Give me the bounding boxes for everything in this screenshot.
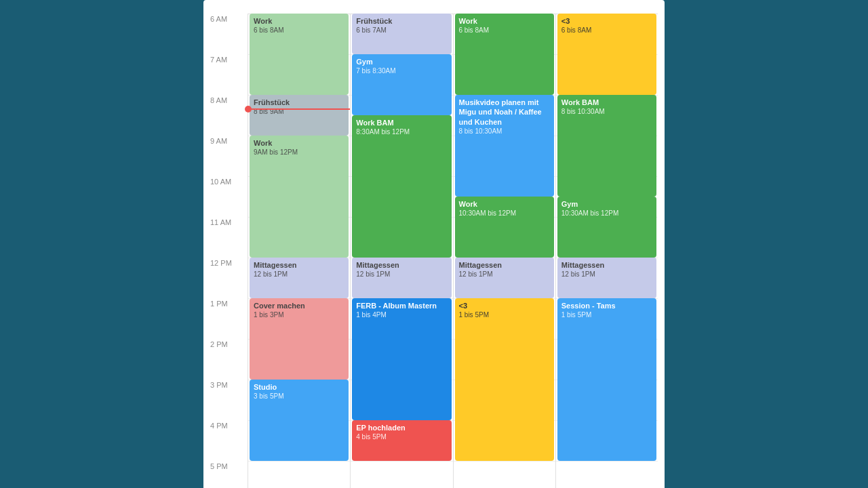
event-title: Work — [459, 16, 550, 26]
event-time: 8:30AM bis 12PM — [356, 127, 447, 136]
now-line — [248, 108, 350, 110]
event-title: FERB - Album Mastern — [356, 301, 447, 310]
event-title: Studio — [254, 382, 344, 392]
event-c1e5[interactable]: Cover machen1 bis 3PM — [250, 298, 349, 380]
time-column: 6 AM7 AM8 AM9 AM10 AM11 AM12 PM1 PM2 PM3… — [210, 14, 248, 488]
event-title: <3 — [561, 16, 652, 26]
event-title: Musikvideo planen mit Migu und Noah / Ka… — [459, 98, 550, 127]
event-time: 12 bis 1PM — [356, 270, 447, 279]
event-time: 6 bis 8AM — [561, 26, 652, 35]
time-label-9: 3 PM — [210, 380, 248, 420]
event-c3e2[interactable]: Musikvideo planen mit Migu und Noah / Ka… — [455, 95, 554, 197]
event-title: Mittagessen — [254, 260, 344, 270]
event-c1e1[interactable]: Work6 bis 8AM — [250, 14, 349, 95]
event-time: 10:30AM bis 12PM — [459, 209, 550, 218]
event-title: Work BAM — [356, 118, 447, 127]
time-label-0: 6 AM — [210, 14, 248, 54]
hour-slot — [351, 461, 452, 488]
time-label-4: 10 AM — [210, 176, 248, 217]
event-c3e5[interactable]: <31 bis 5PM — [455, 298, 554, 461]
event-c4e5[interactable]: Session - Tams1 bis 5PM — [557, 298, 656, 461]
event-title: Work — [254, 138, 344, 148]
event-c4e2[interactable]: Work BAM8 bis 10:30AM — [557, 95, 656, 197]
event-c2e3[interactable]: Work BAM8:30AM bis 12PM — [352, 115, 451, 258]
hour-slot — [556, 461, 658, 488]
event-time: 1 bis 5PM — [459, 310, 550, 319]
event-c2e6[interactable]: EP hochladen4 bis 5PM — [352, 420, 451, 461]
event-time: 8 bis 10:30AM — [561, 107, 652, 116]
time-label-7: 1 PM — [210, 298, 248, 339]
event-time: 1 bis 3PM — [254, 310, 344, 319]
hour-slot — [248, 461, 350, 488]
event-title: Frühstück — [356, 16, 447, 26]
event-c1e4[interactable]: Mittagessen12 bis 1PM — [250, 258, 349, 298]
event-title: Work BAM — [561, 98, 652, 107]
event-title: <3 — [459, 301, 550, 310]
time-label-10: 4 PM — [210, 420, 248, 461]
event-c2e5[interactable]: FERB - Album Mastern1 bis 4PM — [352, 298, 451, 420]
event-title: Work — [459, 199, 550, 209]
event-title: Gym — [356, 57, 447, 66]
day-col-4: <36 bis 8AMWork BAM8 bis 10:30AMGym10:30… — [555, 14, 658, 488]
hour-slot — [454, 461, 555, 488]
calendar-container: 6 AM7 AM8 AM9 AM10 AM11 AM12 PM1 PM2 PM3… — [203, 0, 665, 488]
event-c1e3[interactable]: Work9AM bis 12PM — [250, 136, 349, 258]
event-title: Mittagessen — [356, 260, 447, 270]
event-time: 6 bis 8AM — [254, 26, 344, 35]
calendar-grid: 6 AM7 AM8 AM9 AM10 AM11 AM12 PM1 PM2 PM3… — [210, 14, 658, 488]
event-c4e3[interactable]: Gym10:30AM bis 12PM — [557, 197, 656, 258]
event-time: 3 bis 5PM — [254, 392, 344, 401]
event-time: 10:30AM bis 12PM — [561, 209, 652, 218]
event-time: 12 bis 1PM — [459, 270, 550, 279]
event-c3e1[interactable]: Work6 bis 8AM — [455, 14, 554, 95]
event-title: Mittagessen — [459, 260, 550, 270]
event-time: 6 bis 8AM — [459, 26, 550, 35]
day-col-3: Work6 bis 8AMMusikvideo planen mit Migu … — [453, 14, 555, 488]
event-title: Session - Tams — [561, 301, 652, 310]
event-title: Work — [254, 16, 344, 26]
event-c2e4[interactable]: Mittagessen12 bis 1PM — [352, 258, 451, 298]
event-time: 6 bis 7AM — [356, 26, 447, 35]
event-title: Cover machen — [254, 301, 344, 310]
time-label-8: 2 PM — [210, 339, 248, 380]
event-c1e2[interactable]: Frühstück8 bis 9AM — [250, 95, 349, 136]
event-time: 1 bis 4PM — [356, 310, 447, 319]
event-title: Frühstück — [254, 98, 344, 107]
event-c4e4[interactable]: Mittagessen12 bis 1PM — [557, 258, 656, 298]
time-label-6: 12 PM — [210, 258, 248, 298]
event-time: 1 bis 5PM — [561, 310, 652, 319]
event-c1e6[interactable]: Studio3 bis 5PM — [250, 380, 349, 461]
time-label-1: 7 AM — [210, 54, 248, 95]
event-time: 4 bis 5PM — [356, 432, 447, 441]
time-label-11: 5 PM — [210, 461, 248, 488]
day-col-1: Work6 bis 8AMFrühstück8 bis 9AMWork9AM b… — [248, 14, 350, 488]
time-label-3: 9 AM — [210, 136, 248, 176]
event-c3e3[interactable]: Work10:30AM bis 12PM — [455, 197, 554, 258]
event-title: Mittagessen — [561, 260, 652, 270]
event-c2e1[interactable]: Frühstück6 bis 7AM — [352, 14, 451, 54]
event-c2e2[interactable]: Gym7 bis 8:30AM — [352, 54, 451, 115]
time-label-2: 8 AM — [210, 95, 248, 136]
now-dot — [245, 106, 252, 113]
event-time: 8 bis 10:30AM — [459, 127, 550, 136]
event-c4e1[interactable]: <36 bis 8AM — [557, 14, 656, 95]
event-time: 12 bis 1PM — [561, 270, 652, 279]
event-time: 12 bis 1PM — [254, 270, 344, 279]
day-col-2: Frühstück6 bis 7AMGym7 bis 8:30AMWork BA… — [350, 14, 452, 488]
event-time: 9AM bis 12PM — [254, 148, 344, 157]
event-title: Gym — [561, 199, 652, 209]
event-c3e4[interactable]: Mittagessen12 bis 1PM — [455, 258, 554, 298]
event-time: 7 bis 8:30AM — [356, 66, 447, 75]
time-label-5: 11 AM — [210, 217, 248, 258]
event-title: EP hochladen — [356, 423, 447, 432]
